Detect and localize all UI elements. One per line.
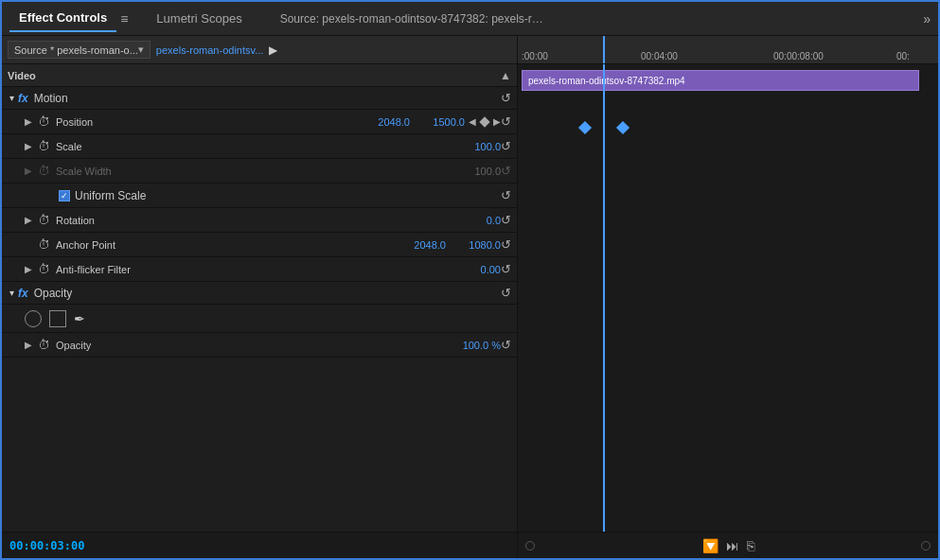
collapse-arrow-motion[interactable]: ▾ — [9, 93, 14, 103]
reset-position-button[interactable]: ↺ — [501, 114, 511, 129]
position-controls: ◀ ▶ — [469, 116, 501, 127]
reset-scale-width-button[interactable]: ↺ — [501, 164, 511, 178]
reset-rotation-button[interactable]: ↺ — [501, 213, 511, 227]
tab-menu-icon[interactable]: ≡ — [120, 11, 128, 26]
pen-tool[interactable]: ✒ — [74, 311, 85, 326]
opacity-group-header: ▾ fx Opacity ↺ — [2, 282, 517, 305]
anchor-point-label: Anchor Point — [56, 239, 399, 251]
opacity-value-row: ▶ ⏱ Opacity 100.0 % ↺ — [2, 333, 517, 358]
position-value2[interactable]: 1500.0 — [417, 116, 465, 128]
rotation-value[interactable]: 0.0 — [453, 215, 501, 226]
collapse-arrow-opacity[interactable]: ▾ — [9, 288, 14, 298]
stopwatch-icon-scale: ⏱ — [38, 139, 50, 153]
uniform-scale-label: Uniform Scale — [75, 189, 146, 202]
play-to-icon[interactable]: ⏭ — [726, 538, 739, 553]
timeline-cursor-indicator — [603, 36, 605, 63]
motion-group-header: ▾ fx Motion ↺ — [2, 87, 517, 110]
right-panel: :00:00 00:04:00 00:00:08:00 00: pexels-r… — [518, 36, 938, 558]
fx-badge-motion: fx — [18, 92, 28, 105]
scale-width-expand: ▶ — [25, 166, 34, 176]
uniform-scale-checkbox-label[interactable]: ✓ Uniform Scale — [59, 189, 146, 202]
fx-badge-opacity: fx — [18, 287, 28, 300]
scale-width-label: Scale Width — [56, 166, 453, 177]
expand-icon[interactable]: » — [923, 11, 931, 26]
anchor-point-row: ⏱ Anchor Point 2048.0 1080.0 ↺ — [2, 233, 517, 257]
stopwatch-icon-rotation: ⏱ — [38, 213, 50, 227]
tab-source[interactable]: Source: pexels-roman-odintsov-8747382: p… — [271, 7, 555, 31]
prev-keyframe-position[interactable]: ◀ — [469, 116, 476, 127]
bottom-bar: 00:00:03:00 — [2, 532, 517, 558]
opacity-tools-row: ✒ — [2, 305, 517, 333]
chevron-down-icon: ▾ — [138, 44, 144, 56]
add-keyframe-position[interactable] — [479, 116, 489, 127]
uniform-scale-checkbox[interactable]: ✓ — [59, 190, 70, 201]
opacity-prop-value[interactable]: 100.0 % — [453, 340, 501, 351]
video-label: Video — [8, 70, 36, 81]
source-clip-link[interactable]: pexels-roman-odintsv... — [156, 44, 264, 56]
timecode-display: 00:00:03:00 — [9, 539, 84, 552]
timeline-bottom: 🔽 ⏭ ⎘ — [518, 532, 938, 558]
source-selector[interactable]: Source * pexels-roman-o... ▾ — [8, 41, 151, 59]
reset-opacity-prop-button[interactable]: ↺ — [501, 338, 511, 352]
scale-width-value: 100.0 — [453, 166, 501, 177]
motion-label: Motion — [34, 92, 68, 105]
anchor-point-value2[interactable]: 1080.0 — [453, 239, 501, 251]
keyframe-diamond-1[interactable] — [578, 121, 592, 134]
source-row: Source * pexels-roman-o... ▾ pexels-roma… — [2, 36, 517, 64]
stopwatch-icon-anchor: ⏱ — [38, 237, 50, 252]
reset-anchor-button[interactable]: ↺ — [501, 237, 511, 252]
rotation-label: Rotation — [56, 215, 453, 226]
opacity-expand[interactable]: ▶ — [25, 340, 34, 350]
reset-motion-button[interactable]: ↺ — [501, 91, 511, 105]
anchor-point-value1[interactable]: 2048.0 — [399, 239, 446, 251]
scale-row: ▶ ⏱ Scale 100.0 ↺ — [2, 134, 517, 159]
opacity-prop-label: Opacity — [56, 340, 453, 351]
reset-uniform-scale-button[interactable]: ↺ — [501, 188, 511, 202]
play-button[interactable]: ▶ — [269, 44, 277, 57]
position-label: Position — [56, 116, 363, 128]
scale-value[interactable]: 100.0 — [453, 141, 501, 152]
uniform-scale-row: ✓ Uniform Scale ↺ — [2, 184, 517, 208]
reset-scale-button[interactable]: ↺ — [501, 139, 511, 153]
time-label-0: :00:00 — [522, 51, 548, 61]
scale-width-row: ▶ ⏱ Scale Width 100.0 ↺ — [2, 159, 517, 184]
source-selector-text: Source * pexels-roman-o... — [14, 44, 138, 56]
time-label-1: 00:04:00 — [641, 51, 678, 61]
tab-effect-controls[interactable]: Effect Controls — [9, 5, 116, 32]
time-label-2: 00:00:08:00 — [773, 51, 824, 61]
timeline-header: :00:00 00:04:00 00:00:08:00 00: — [518, 36, 938, 64]
export-icon[interactable]: ⎘ — [747, 538, 754, 553]
anti-flicker-value[interactable]: 0.00 — [453, 264, 501, 275]
scroll-up-icon[interactable]: ▲ — [500, 69, 511, 82]
scale-expand[interactable]: ▶ — [25, 141, 34, 151]
tab-lumetri-scopes[interactable]: Lumetri Scopes — [147, 6, 251, 31]
reset-opacity-button[interactable]: ↺ — [501, 286, 511, 300]
timeline-start-circle[interactable] — [525, 541, 535, 551]
keyframe-diamond-2[interactable] — [616, 121, 630, 134]
content-area: Source * pexels-roman-o... ▾ pexels-roma… — [2, 36, 938, 558]
timeline-end-circle[interactable] — [921, 541, 931, 551]
clip-block[interactable]: pexels-roman-odintsov-8747382.mp4 — [522, 70, 919, 91]
stopwatch-icon-scale-width: ⏱ — [38, 164, 50, 178]
stopwatch-icon-opacity: ⏱ — [38, 338, 50, 352]
rectangle-tool[interactable] — [49, 310, 66, 327]
position-expand[interactable]: ▶ — [25, 116, 34, 127]
scale-label: Scale — [56, 141, 453, 152]
rotation-row: ▶ ⏱ Rotation 0.0 ↺ — [2, 208, 517, 233]
main-container: Effect Controls ≡ Lumetri Scopes Source:… — [0, 0, 940, 560]
next-keyframe-position[interactable]: ▶ — [493, 116, 501, 127]
ellipse-tool[interactable] — [25, 310, 42, 327]
left-panel: Source * pexels-roman-o... ▾ pexels-roma… — [2, 36, 518, 558]
position-value1[interactable]: 2048.0 — [363, 116, 410, 128]
stopwatch-icon-position: ⏱ — [38, 114, 50, 129]
clip-name: pexels-roman-odintsov-8747382.mp4 — [528, 76, 685, 86]
controls-scroll[interactable]: Video ▲ ▾ fx Motion ↺ ▶ ⏱ Position 2048.… — [2, 64, 517, 532]
filter-icon[interactable]: 🔽 — [702, 538, 718, 553]
anti-flicker-expand[interactable]: ▶ — [25, 264, 34, 274]
keyframe-row-position — [580, 115, 628, 140]
anti-flicker-row: ▶ ⏱ Anti-flicker Filter 0.00 ↺ — [2, 257, 517, 282]
rotation-expand[interactable]: ▶ — [25, 215, 34, 225]
opacity-label: Opacity — [34, 287, 73, 300]
timeline-content[interactable]: pexels-roman-odintsov-8747382.mp4 — [518, 64, 938, 532]
reset-antiflicker-button[interactable]: ↺ — [501, 262, 511, 276]
